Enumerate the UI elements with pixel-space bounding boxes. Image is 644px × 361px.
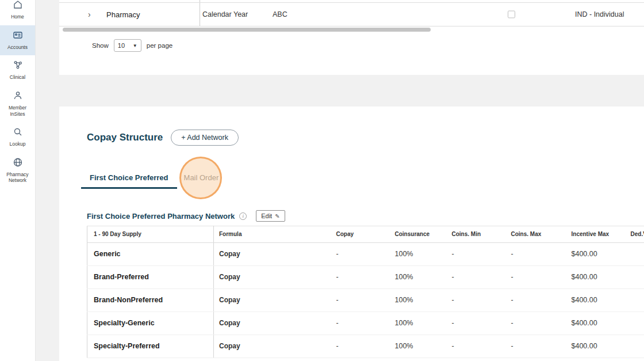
coinsurance-cell: 100% xyxy=(390,243,447,266)
copay-card-header: Copay Structure + Add Network xyxy=(59,107,644,146)
coins-min-cell: - xyxy=(447,243,506,266)
incentive-max-cell: $400.00 xyxy=(566,243,626,266)
incentive-max-cell: $400.00 xyxy=(566,312,626,335)
network-section-header: First Choice Preferred Pharmacy Network … xyxy=(87,210,644,222)
ded-cell xyxy=(626,312,644,335)
coins-min-cell: - xyxy=(447,312,506,335)
formula-cell: Copay xyxy=(214,335,331,358)
page-size-select[interactable]: 10 ▼ xyxy=(114,39,141,52)
ded-cell xyxy=(626,289,644,312)
table-row: Specialty-Preferred Copay - 100% - - $40… xyxy=(87,335,644,358)
coins-max-cell: - xyxy=(506,266,566,289)
sidebar-item-label: Pharmacy Network xyxy=(1,172,34,184)
coins-max-cell: - xyxy=(506,289,566,312)
edit-button-label: Edit xyxy=(261,212,272,219)
lookup-icon xyxy=(13,127,23,139)
column-header: Coins. Max xyxy=(506,226,566,243)
accounts-table-card: › Pharmacy Calendar Year ABC IND - Indiv… xyxy=(59,0,644,75)
coinsurance-cell: 100% xyxy=(390,335,447,358)
sidebar-item-lookup[interactable]: Lookup xyxy=(0,122,35,153)
table-row: Generic Copay - 100% - - $400.00 xyxy=(87,243,644,266)
column-header: 1 - 90 Day Supply xyxy=(87,226,214,243)
tier-cell: Brand-NonPreferred xyxy=(87,289,214,312)
coinsurance-cell: 100% xyxy=(390,266,447,289)
copay-table: 1 - 90 Day Supply Formula Copay Coinsura… xyxy=(87,226,644,358)
edit-button[interactable]: Edit ✎ xyxy=(256,210,285,222)
coins-max-cell: - xyxy=(506,312,566,335)
column-divider xyxy=(200,3,200,26)
coinsurance-cell: 100% xyxy=(390,289,447,312)
copay-cell: - xyxy=(331,289,390,312)
expand-row-icon[interactable]: › xyxy=(88,10,91,19)
coins-min-cell: - xyxy=(447,335,506,358)
pencil-icon: ✎ xyxy=(275,213,279,219)
tab-mail-order[interactable]: Mail Order xyxy=(177,170,226,189)
formula-cell: Copay xyxy=(214,312,331,335)
sidebar-item-label: Clinical xyxy=(10,74,25,81)
ded-cell xyxy=(626,266,644,289)
show-label: Show xyxy=(92,42,109,49)
info-icon[interactable]: i xyxy=(239,212,247,220)
sidebar-item-member-insites[interactable]: Member InSites xyxy=(0,86,35,122)
sidebar-item-label: Member InSites xyxy=(1,105,34,117)
coins-max-cell: - xyxy=(506,243,566,266)
row-name: Pharmacy xyxy=(106,10,140,19)
page-size-value: 10 xyxy=(118,42,125,49)
tier-cell: Generic xyxy=(87,243,214,266)
add-network-button[interactable]: + Add Network xyxy=(171,130,239,146)
clinical-icon xyxy=(13,60,23,73)
sidebar-item-label: Accounts xyxy=(7,44,28,51)
table-row: Brand-Preferred Copay - 100% - - $400.00 xyxy=(87,266,644,289)
column-header: Copay xyxy=(331,226,390,243)
scrollbar-thumb[interactable] xyxy=(63,28,431,32)
coins-min-cell: - xyxy=(447,266,506,289)
member-insites-icon xyxy=(13,90,23,103)
ded-cell xyxy=(626,335,644,358)
tier-cell: Brand-Preferred xyxy=(87,266,214,289)
copay-table-header: 1 - 90 Day Supply Formula Copay Coinsura… xyxy=(87,226,644,243)
formula-cell: Copay xyxy=(214,289,331,312)
incentive-max-cell: $400.00 xyxy=(566,266,626,289)
tier-cell: Specialty-Preferred xyxy=(87,335,214,358)
per-page-label: per page xyxy=(147,42,172,49)
copay-cell: - xyxy=(331,243,390,266)
home-icon xyxy=(13,0,23,12)
sidebar-item-pharmacy-network[interactable]: Pharmacy Network xyxy=(0,153,35,189)
column-header: Ded.V xyxy=(626,226,644,243)
formula-cell: Copay xyxy=(214,243,331,266)
network-section-title: First Choice Preferred Pharmacy Network xyxy=(87,212,235,221)
accounts-icon xyxy=(13,30,23,43)
table-row: Brand-NonPreferred Copay - 100% - - $400… xyxy=(87,289,644,312)
horizontal-scrollbar[interactable] xyxy=(62,28,644,32)
row-code: ABC xyxy=(273,10,288,18)
pharmacy-network-icon xyxy=(13,157,23,170)
coins-max-cell: - xyxy=(506,335,566,358)
copay-cell: - xyxy=(331,335,390,358)
sidebar-item-home[interactable]: Home xyxy=(0,0,35,25)
row-period: Calendar Year xyxy=(202,10,248,18)
tier-cell: Specialty-Generic xyxy=(87,312,214,335)
copay-cell: - xyxy=(331,312,390,335)
sidebar-item-label: Home xyxy=(11,14,24,20)
tab-first-choice-preferred[interactable]: First Choice Preferred xyxy=(81,170,177,189)
sidebar: Home Accounts Clinical Member InSites Lo… xyxy=(0,0,36,361)
table-row: › Pharmacy Calendar Year ABC IND - Indiv… xyxy=(59,2,644,26)
sidebar-item-accounts[interactable]: Accounts xyxy=(0,25,35,56)
column-header: Coinsurance xyxy=(390,226,447,243)
chevron-down-icon: ▼ xyxy=(133,43,137,48)
ded-cell xyxy=(626,243,644,266)
app-root: Home Accounts Clinical Member InSites Lo… xyxy=(0,0,644,361)
network-tabs: First Choice Preferred Mail Order xyxy=(81,170,644,189)
formula-cell: Copay xyxy=(214,266,331,289)
table-row: Specialty-Generic Copay - 100% - - $400.… xyxy=(87,312,644,335)
coinsurance-cell: 100% xyxy=(390,312,447,335)
pagination: Show 10 ▼ per page xyxy=(59,39,644,52)
copay-structure-card: Copay Structure + Add Network First Choi… xyxy=(59,107,644,361)
row-type: IND - Individual xyxy=(575,10,624,18)
sidebar-item-clinical[interactable]: Clinical xyxy=(0,55,35,86)
main-content: › Pharmacy Calendar Year ABC IND - Indiv… xyxy=(36,0,644,361)
row-checkbox[interactable] xyxy=(508,11,515,18)
incentive-max-cell: $400.00 xyxy=(566,335,626,358)
incentive-max-cell: $400.00 xyxy=(566,289,626,312)
column-header: Formula xyxy=(214,226,331,243)
